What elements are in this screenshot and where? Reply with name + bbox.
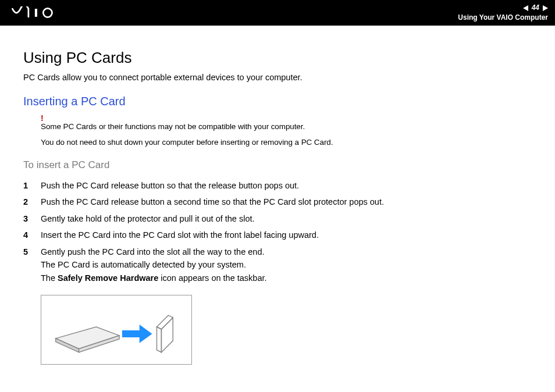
page-number: 44 <box>532 3 539 13</box>
step-item: Push the PC Card release button so that … <box>23 179 532 192</box>
subsection-heading: To insert a PC Card <box>23 159 532 171</box>
step-item: Gently take hold of the protector and pu… <box>23 212 532 225</box>
page-nav: 44 <box>523 3 548 13</box>
step-item: Insert the PC Card into the PC Card slot… <box>23 229 532 241</box>
note-text: Some PC Cards or their functions may not… <box>41 122 532 131</box>
step-item: Gently push the PC Card into the slot al… <box>23 245 532 284</box>
steps-list: Push the PC Card release button so that … <box>23 179 532 284</box>
next-page-arrow-icon[interactable] <box>543 5 548 11</box>
note-block: ! Some PC Cards or their functions may n… <box>41 114 532 147</box>
warning-icon: ! <box>41 114 532 122</box>
prev-page-arrow-icon[interactable] <box>523 5 528 11</box>
breadcrumb: Using Your VAIO Computer <box>458 13 548 23</box>
svg-point-1 <box>43 8 52 17</box>
step-item: Push the PC Card release button a second… <box>23 195 532 208</box>
header-bar: 44 Using Your VAIO Computer <box>0 0 555 26</box>
header-right: 44 Using Your VAIO Computer <box>458 3 548 22</box>
note-text: You do not need to shut down your comput… <box>41 138 532 147</box>
step-line: Gently push the PC Card into the slot al… <box>41 247 264 256</box>
step-line-part: The <box>41 273 58 283</box>
step-line-part: icon appears on the taskbar. <box>158 273 266 283</box>
step-line: The PC Card is automatically detected by… <box>41 260 246 269</box>
page-title: Using PC Cards <box>23 49 532 67</box>
svg-rect-0 <box>35 9 37 17</box>
step-text: Gently push the PC Card into the slot al… <box>41 245 532 284</box>
page-content: Using PC Cards PC Cards allow you to con… <box>0 26 555 376</box>
step-text: Insert the PC Card into the PC Card slot… <box>41 229 532 241</box>
step-text: Gently take hold of the protector and pu… <box>41 212 532 225</box>
pc-card-illustration <box>41 295 192 365</box>
step-line-bold: Safely Remove Hardware <box>58 273 158 283</box>
intro-text: PC Cards allow you to connect portable e… <box>23 73 532 82</box>
step-text: Push the PC Card release button a second… <box>41 195 532 208</box>
vaio-logo <box>12 6 76 19</box>
section-heading: Inserting a PC Card <box>23 95 532 108</box>
step-text: Push the PC Card release button so that … <box>41 179 532 192</box>
